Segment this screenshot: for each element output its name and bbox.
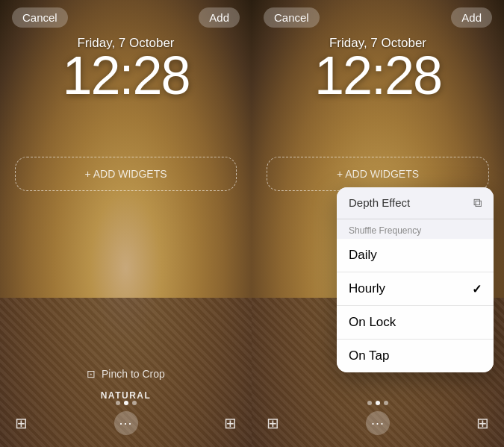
bottom-toolbar: ⊞ ··· ⊞ (0, 411, 252, 435)
dot-2 (124, 401, 128, 405)
filter-label: NATURAL (0, 390, 252, 401)
daily-label: Daily (349, 248, 377, 263)
on-lock-option[interactable]: On Lock ✓ (337, 306, 494, 340)
dot-r-3 (384, 401, 388, 405)
on-tap-label: On Tap (349, 348, 390, 363)
pinch-to-crop-label: ⊡ Pinch to Crop (0, 368, 252, 380)
depth-effect-label: Depth Effect (349, 196, 410, 209)
wallpaper-grid-icon-right[interactable]: ⊞ (476, 414, 489, 432)
hourly-label: Hourly (349, 281, 385, 296)
hourly-checkmark: ✓ (472, 282, 482, 296)
add-button-right[interactable]: Add (451, 7, 492, 28)
dropdown-header[interactable]: Depth Effect ⧉ (337, 187, 494, 219)
add-button[interactable]: Add (199, 7, 240, 28)
dropdown-menu: Depth Effect ⧉ Shuffle Frequency Daily ✓… (337, 187, 494, 373)
top-bar: Cancel Add (0, 7, 252, 28)
wallpaper-grid-icon[interactable]: ⊞ (224, 414, 237, 432)
top-bar-right: Cancel Add (252, 7, 504, 28)
time-display-right: 12:28 (252, 46, 504, 105)
page-dots-right (252, 401, 504, 405)
on-tap-option[interactable]: On Tap ✓ (337, 340, 494, 372)
time-display: 12:28 (0, 46, 252, 105)
dot-r-1 (367, 401, 372, 405)
layers-icon: ⧉ (473, 196, 482, 210)
grid-icon[interactable]: ⊞ (15, 414, 28, 432)
bottom-toolbar-right: ⊞ ··· ⊞ (252, 411, 504, 435)
right-panel: Cancel Add Friday, 7 October 12:28 + ADD… (252, 0, 504, 447)
cancel-button-right[interactable]: Cancel (264, 7, 320, 28)
on-lock-label: On Lock (349, 315, 396, 330)
ellipsis-icon-right: ··· (371, 416, 385, 431)
left-panel: Cancel Add Friday, 7 October 12:28 + ADD… (0, 0, 252, 447)
add-widgets-button[interactable]: + ADD WIDGETS (15, 157, 237, 191)
ellipsis-icon: ··· (119, 416, 132, 431)
dot-1 (116, 401, 120, 405)
shuffle-frequency-label: Shuffle Frequency (337, 219, 494, 239)
dot-r-2 (376, 401, 380, 405)
more-options-button-right[interactable]: ··· (366, 411, 390, 435)
grid-icon-right[interactable]: ⊞ (267, 414, 279, 432)
daily-option[interactable]: Daily ✓ (337, 239, 494, 272)
more-options-button[interactable]: ··· (114, 411, 138, 435)
page-dots (0, 401, 252, 405)
crop-icon: ⊡ (87, 368, 96, 380)
dot-3 (132, 401, 137, 405)
hourly-option[interactable]: Hourly ✓ (337, 272, 494, 306)
add-widgets-button-right[interactable]: + ADD WIDGETS (267, 157, 489, 191)
cancel-button[interactable]: Cancel (12, 7, 68, 28)
